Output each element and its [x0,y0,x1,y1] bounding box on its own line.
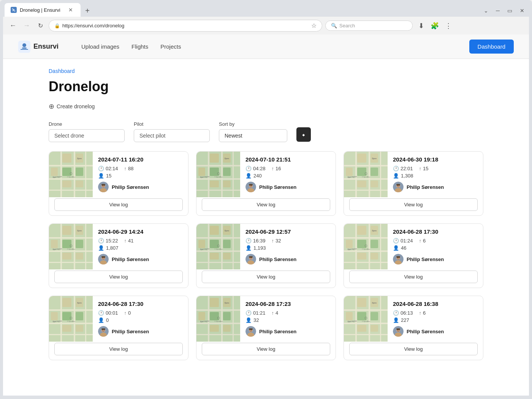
svg-text:Bjørre: Bjørre [225,158,230,160]
svg-text:Bjørre: Bjørre [77,158,82,160]
view-log-button[interactable]: View log [202,343,330,355]
log-duration: 🕐 22:01 [393,166,413,171]
browser-tab[interactable]: 🛰 Dronelog | Ensurvi ✕ [5,3,81,17]
svg-rect-162 [62,325,71,332]
log-info: 2024-06-29 14:24 🕐 15:22 ↑ 41 👤 1,807 [93,224,188,271]
log-photos: 👤 240 [245,173,330,179]
svg-rect-58 [355,152,357,197]
svg-rect-67 [370,180,378,187]
photos-icon: 👤 [98,317,104,323]
window-maximize[interactable]: ▭ [504,6,515,15]
svg-rect-114 [210,253,219,260]
page-title: Dronelog [49,79,483,95]
svg-rect-202 [355,296,357,342]
svg-rect-134 [370,240,378,248]
svg-rect-77 [396,184,400,185]
tag-icon: ⬥ [302,131,306,138]
log-map-thumbnail: Bjærregrav Bjørre © OpenMap [196,152,240,197]
brand-logo[interactable]: Ensurvi [18,41,59,53]
dashboard-button[interactable]: Dashboard [469,40,514,54]
brand-icon [18,41,30,53]
view-log-button[interactable]: View log [349,271,478,283]
new-tab-button[interactable]: + [82,6,93,17]
nav-link-upload[interactable]: Upload images [81,43,119,50]
log-date: 2024-06-29 12:57 [245,228,330,235]
clock-icon: 🕐 [245,310,252,316]
nav-back-button[interactable]: ← [8,21,18,31]
extensions-button[interactable]: 🧩 [429,21,440,31]
log-photos: 👤 15 [98,173,183,179]
nav-refresh-button[interactable]: ↻ [35,21,46,31]
clock-icon: 🕐 [393,166,399,171]
breadcrumb[interactable]: Dashboard [49,68,75,74]
log-duration: 🕐 01:24 [393,238,413,244]
site-navbar: Ensurvi Upload images Flights Projects D… [3,35,529,59]
pilot-filter-label: Pilot [134,121,210,127]
create-dronelog-button[interactable]: ⊕ Create dronelog [49,102,95,111]
svg-text:Bjørre: Bjørre [77,230,82,232]
svg-rect-63 [357,154,366,163]
menu-button[interactable]: ⋮ [443,21,454,31]
altitude-icon: ↑ [272,310,274,316]
svg-rect-205 [357,312,366,320]
svg-point-3 [22,43,26,47]
drone-filter-select[interactable]: Select drone [49,129,125,142]
nav-link-flights[interactable]: Flights [131,43,148,50]
pilot-name: Philip Sørensen [407,329,444,334]
nav-link-projects[interactable]: Projects [160,43,181,50]
clock-icon: 🕐 [393,310,399,316]
window-minimize[interactable]: ─ [493,6,503,15]
view-log-button[interactable]: View log [54,343,183,355]
log-altitude: ↑ 16 [272,166,281,171]
log-info: 2024-06-30 19:18 🕐 22:01 ↑ 15 👤 1,308 [388,152,483,198]
log-date: 2024-06-29 14:24 [98,228,183,235]
view-log-button[interactable]: View log [54,198,183,211]
svg-text:Bjørre: Bjørre [225,230,230,232]
clear-filters-button[interactable]: ⬥ [296,127,311,142]
svg-text:Bjørre: Bjørre [372,230,377,232]
tab-list-button[interactable]: ⌄ [481,6,491,15]
altitude-icon: ↑ [419,238,422,244]
address-bar[interactable]: 🔒 https://ensurvi.com/dronelog ☆ [49,20,322,32]
drone-filter-label: Drone [49,121,125,127]
svg-rect-221 [396,328,400,330]
log-card-footer: View log [344,271,483,288]
view-log-button[interactable]: View log [202,271,330,283]
browser-search-bar[interactable]: 🔍 Search [325,21,413,31]
pilot-avatar [245,254,256,264]
log-info: 2024-06-28 17:30 🕐 00:01 ↑ 0 👤 0 [93,296,188,343]
svg-rect-91 [76,253,83,260]
download-button[interactable]: ⬇ [416,21,426,31]
svg-rect-90 [62,253,71,260]
view-log-button[interactable]: View log [349,343,478,355]
clock-icon: 🕐 [393,238,399,244]
nav-forward-button[interactable]: → [21,21,32,31]
svg-rect-149 [396,256,400,258]
svg-rect-53 [249,184,253,185]
pilot-avatar [98,254,109,264]
log-date: 2024-07-10 21:51 [245,156,330,163]
log-card-footer: View log [344,198,483,215]
window-close[interactable]: ✕ [517,6,527,15]
log-card: Bjærregrav Bjørre © OpenMap 2024-06-29 1… [196,223,336,288]
log-card: Bjærregrav Bjørre © OpenMap 2024-06-29 1… [49,223,188,288]
svg-rect-159 [62,298,71,307]
pilot-filter-select[interactable]: Select pilot [134,129,210,142]
view-log-button[interactable]: View log [349,198,478,211]
svg-rect-133 [357,240,366,248]
photos-icon: 👤 [98,245,104,251]
log-card-footer: View log [49,343,188,360]
log-photos: 👤 1,308 [393,173,478,179]
view-log-button[interactable]: View log [202,198,330,211]
svg-rect-156 [85,296,86,342]
bookmark-icon[interactable]: ☆ [311,22,317,29]
log-map-thumbnail: Bjærregrav Bjørre © OpenMap [344,296,388,342]
svg-rect-185 [198,312,205,320]
svg-rect-11 [74,152,75,197]
log-info: 2024-06-29 12:57 🕐 16:39 ↑ 32 👤 1,193 [240,224,336,271]
tab-close-icon[interactable]: ✕ [67,6,74,14]
svg-rect-19 [76,180,83,187]
pilot-name: Philip Sørensen [407,256,444,262]
sortby-filter-select[interactable]: Newest Oldest Duration [219,129,287,142]
view-log-button[interactable]: View log [54,271,183,283]
